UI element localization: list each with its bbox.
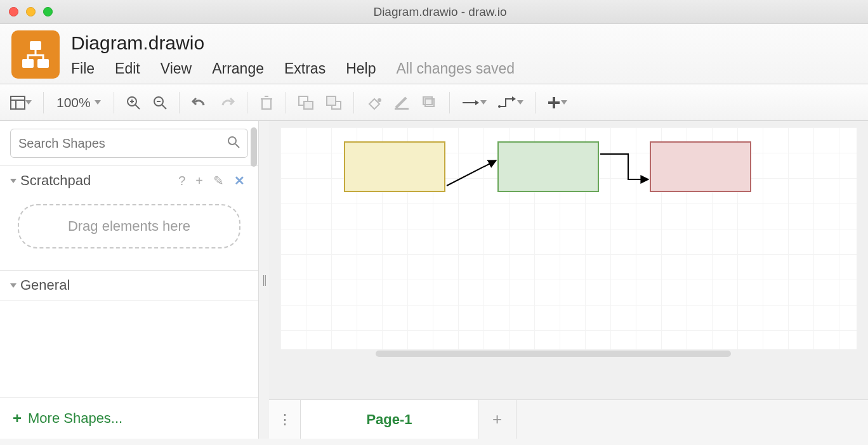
close-window-button[interactable]	[9, 7, 18, 16]
save-status: All changes saved	[396, 60, 515, 77]
svg-rect-0	[30, 41, 41, 50]
edge-2[interactable]	[600, 154, 648, 179]
menu-view[interactable]: View	[161, 60, 192, 77]
svg-point-28	[228, 137, 236, 145]
svg-rect-17	[304, 101, 313, 109]
svg-rect-2	[37, 59, 49, 68]
shape-rect-red[interactable]	[650, 141, 751, 192]
page-tabs: ⋮ Page-1 +	[269, 399, 868, 439]
svg-line-7	[135, 105, 140, 109]
zoom-level-dropdown[interactable]: 100%	[51, 91, 106, 115]
fill-color-button[interactable]	[362, 91, 386, 115]
scratchpad-help-icon[interactable]: ?	[175, 174, 188, 188]
window-title: Diagram.drawio - draw.io	[53, 5, 827, 19]
document-title[interactable]: Diagram.drawio	[71, 32, 515, 54]
add-page-button[interactable]: +	[478, 400, 516, 439]
tab-label: Page-1	[366, 411, 412, 428]
diagram-canvas[interactable]	[280, 127, 857, 349]
undo-button[interactable]	[187, 91, 211, 115]
grip-icon: ║	[261, 275, 266, 285]
menu-bar: File Edit View Arrange Extras Help All c…	[71, 60, 515, 77]
menu-help[interactable]: Help	[346, 60, 376, 77]
collapse-icon[interactable]	[10, 179, 16, 183]
svg-rect-13	[262, 99, 271, 109]
sidebar-splitter[interactable]: ║	[259, 121, 269, 439]
panel-toggle-button[interactable]	[6, 91, 36, 115]
waypoint-style-button[interactable]	[494, 91, 527, 115]
shape-rect-green[interactable]	[497, 141, 599, 192]
zoom-out-button[interactable]	[148, 91, 171, 115]
shape-rect-yellow[interactable]	[344, 141, 445, 192]
search-input[interactable]	[18, 136, 227, 151]
search-shapes-box[interactable]	[10, 129, 248, 158]
svg-line-29	[235, 144, 239, 148]
menu-extras[interactable]: Extras	[284, 60, 326, 77]
menu-file[interactable]: File	[71, 60, 95, 77]
svg-rect-21	[395, 108, 409, 110]
scratchpad-dropzone[interactable]: Drag elements here	[18, 204, 240, 248]
more-shapes-label: More Shapes...	[28, 410, 122, 427]
more-shapes-button[interactable]: + More Shapes...	[0, 397, 258, 439]
zoom-level-label: 100%	[56, 95, 91, 110]
zoom-window-button[interactable]	[43, 7, 53, 16]
svg-point-25	[498, 105, 501, 108]
app-logo-icon	[11, 30, 60, 79]
edge-1[interactable]	[447, 160, 496, 186]
svg-rect-1	[22, 59, 34, 68]
chevron-down-icon	[480, 100, 487, 105]
page-menu-button[interactable]: ⋮	[269, 400, 301, 439]
scrollbar-thumb[interactable]	[376, 351, 731, 357]
connection-style-button[interactable]	[457, 91, 490, 115]
scratchpad-hint: Drag elements here	[68, 218, 190, 235]
chevron-down-icon	[25, 100, 32, 105]
scratchpad-edit-icon[interactable]: ✎	[210, 173, 227, 188]
redo-button[interactable]	[215, 91, 239, 115]
zoom-in-button[interactable]	[122, 91, 145, 115]
tab-page-1[interactable]: Page-1	[301, 400, 478, 439]
line-color-button[interactable]	[390, 91, 414, 115]
menu-edit[interactable]: Edit	[115, 60, 140, 77]
svg-rect-3	[11, 96, 25, 109]
scratchpad-close-icon[interactable]: ✕	[231, 173, 248, 188]
general-label: General	[20, 277, 70, 293]
canvas-area: ⋮ Page-1 +	[269, 121, 868, 439]
plus-icon: +	[13, 410, 22, 427]
scratchpad-label: Scratchpad	[20, 172, 91, 189]
shapes-sidebar: Scratchpad ? + ✎ ✕ Drag elements here Ge…	[0, 121, 259, 439]
collapse-icon[interactable]	[10, 283, 16, 288]
svg-point-20	[378, 98, 381, 102]
insert-button[interactable]	[543, 91, 571, 115]
menu-arrange[interactable]: Arrange	[212, 60, 264, 77]
minimize-window-button[interactable]	[26, 7, 36, 16]
toolbar: 100%	[0, 84, 868, 121]
header: Diagram.drawio File Edit View Arrange Ex…	[0, 24, 868, 84]
svg-line-11	[162, 105, 166, 109]
sidebar-scrollbar[interactable]	[251, 127, 257, 167]
to-back-button[interactable]	[322, 91, 346, 115]
scratchpad-add-icon[interactable]: +	[192, 174, 206, 188]
chevron-down-icon	[95, 100, 101, 105]
delete-button[interactable]	[255, 91, 278, 115]
chevron-down-icon	[517, 100, 523, 105]
scratchpad-section: Scratchpad ? + ✎ ✕ Drag elements here	[0, 166, 258, 271]
window-titlebar: Diagram.drawio - draw.io	[0, 0, 868, 24]
to-front-button[interactable]	[294, 91, 318, 115]
chevron-down-icon	[561, 100, 567, 105]
traffic-lights	[9, 7, 53, 16]
search-icon	[227, 136, 240, 151]
shadow-button[interactable]	[418, 91, 442, 115]
svg-rect-19	[327, 96, 336, 105]
canvas-h-scrollbar[interactable]	[280, 349, 857, 358]
general-section[interactable]: General	[0, 271, 258, 300]
